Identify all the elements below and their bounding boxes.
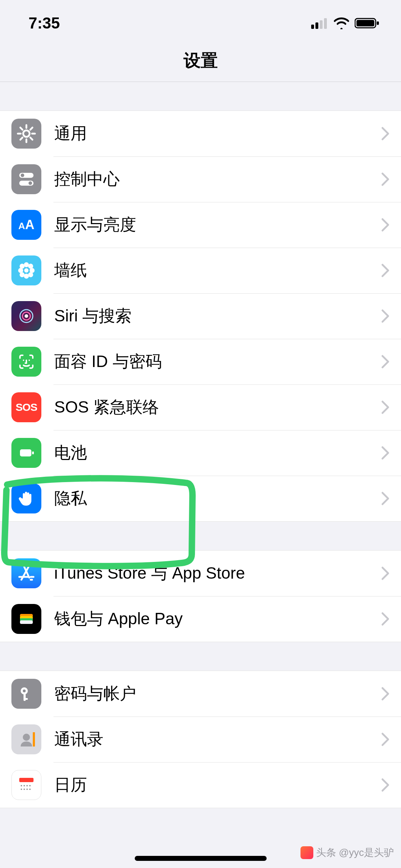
row-privacy[interactable]: 隐私 <box>0 476 401 521</box>
row-battery[interactable]: 电池 <box>0 430 401 476</box>
svg-rect-52 <box>19 778 34 782</box>
svg-point-60 <box>29 789 31 790</box>
row-label: 面容 ID 与密码 <box>54 351 381 373</box>
flower-icon <box>11 255 41 285</box>
appstore-icon <box>11 558 41 588</box>
chevron-right-icon <box>381 778 390 792</box>
svg-rect-51 <box>33 732 35 746</box>
watermark-text: @yyc是头驴 <box>339 846 394 859</box>
row-label: 隐私 <box>54 487 381 510</box>
page-title: 设置 <box>184 49 218 72</box>
svg-rect-5 <box>356 20 374 26</box>
svg-rect-34 <box>20 449 31 456</box>
svg-point-7 <box>23 130 30 137</box>
svg-point-56 <box>29 785 31 786</box>
svg-rect-2 <box>320 20 323 29</box>
status-time: 7:35 <box>29 14 60 32</box>
siri-icon <box>11 301 41 331</box>
row-itunes-appstore[interactable]: iTunes Store 与 App Store <box>0 551 401 596</box>
battery-icon <box>355 17 380 29</box>
svg-line-12 <box>20 128 22 130</box>
wifi-icon <box>333 17 350 29</box>
svg-point-32 <box>23 360 24 361</box>
row-control-center[interactable]: 控制中心 <box>0 156 401 202</box>
chevron-right-icon <box>381 732 390 746</box>
svg-rect-49 <box>24 698 28 700</box>
row-label: 墙纸 <box>54 259 381 281</box>
home-indicator <box>135 856 267 861</box>
contacts-icon <box>11 724 41 754</box>
section-spacer <box>0 522 401 550</box>
row-label: 日历 <box>54 774 381 796</box>
svg-point-22 <box>24 274 29 279</box>
wallet-icon <box>11 604 41 634</box>
row-label: 显示与亮度 <box>54 214 381 236</box>
switches-icon <box>11 164 41 194</box>
svg-point-19 <box>29 181 32 185</box>
chevron-right-icon <box>381 612 390 626</box>
sos-icon: SOS <box>11 392 41 422</box>
page-header: 设置 <box>0 39 401 82</box>
hand-icon <box>11 484 41 513</box>
row-display[interactable]: AA 显示与亮度 <box>0 202 401 248</box>
svg-point-57 <box>21 789 22 790</box>
chevron-right-icon <box>381 355 390 369</box>
svg-point-55 <box>26 785 28 786</box>
status-bar: 7:35 <box>0 7 401 39</box>
svg-line-15 <box>20 138 22 140</box>
row-contacts[interactable]: 通讯录 <box>0 717 401 762</box>
row-calendar[interactable]: 日历 <box>0 762 401 808</box>
svg-point-59 <box>26 789 28 790</box>
chevron-right-icon <box>381 446 390 460</box>
svg-rect-3 <box>324 18 327 29</box>
watermark: 头条 @yyc是头驴 <box>300 846 394 859</box>
chevron-right-icon <box>381 566 390 580</box>
svg-point-24 <box>30 268 35 273</box>
chevron-right-icon <box>381 263 390 278</box>
svg-point-54 <box>24 785 25 786</box>
row-label: 通用 <box>54 123 381 145</box>
chevron-right-icon <box>381 309 390 323</box>
svg-point-31 <box>25 314 28 318</box>
cellular-icon <box>311 17 328 29</box>
chevron-right-icon <box>381 687 390 701</box>
svg-point-27 <box>20 272 25 277</box>
row-passwords[interactable]: 密码与帐户 <box>0 671 401 717</box>
row-label: iTunes Store 与 App Store <box>54 562 381 584</box>
svg-point-23 <box>18 268 23 273</box>
watermark-logo-icon <box>300 846 313 859</box>
svg-point-25 <box>20 264 25 269</box>
row-general[interactable]: 通用 <box>0 111 401 156</box>
svg-rect-6 <box>377 21 379 25</box>
text-size-icon: AA <box>11 210 41 240</box>
settings-section-3: 密码与帐户 通讯录 日历 <box>0 671 401 808</box>
svg-point-50 <box>23 734 30 741</box>
chevron-right-icon <box>381 491 390 506</box>
svg-point-47 <box>23 689 26 692</box>
faceid-icon <box>11 347 41 377</box>
row-label: 电池 <box>54 442 381 464</box>
svg-point-21 <box>24 262 29 267</box>
row-wallet[interactable]: 钱包与 Apple Pay <box>0 596 401 642</box>
svg-point-33 <box>29 360 30 361</box>
row-sos[interactable]: SOS SOS 紧急联络 <box>0 384 401 430</box>
svg-point-28 <box>28 272 33 277</box>
svg-point-58 <box>24 789 25 790</box>
svg-line-13 <box>30 138 32 140</box>
row-label: 密码与帐户 <box>54 683 381 705</box>
chevron-right-icon <box>381 400 390 414</box>
gear-icon <box>11 119 41 149</box>
watermark-prefix: 头条 <box>316 846 336 859</box>
status-indicators <box>311 17 380 29</box>
svg-point-20 <box>24 268 29 273</box>
svg-point-17 <box>21 174 24 177</box>
row-faceid[interactable]: 面容 ID 与密码 <box>0 339 401 384</box>
svg-rect-35 <box>32 451 34 454</box>
settings-section-1: 通用 控制中心 AA 显示与亮度 墙纸 Siri 与搜索 <box>0 110 401 522</box>
svg-rect-0 <box>311 25 314 29</box>
row-siri[interactable]: Siri 与搜索 <box>0 293 401 339</box>
chevron-right-icon <box>381 126 390 141</box>
row-wallpaper[interactable]: 墙纸 <box>0 248 401 293</box>
settings-section-2: iTunes Store 与 App Store 钱包与 Apple Pay <box>0 550 401 642</box>
svg-rect-45 <box>20 620 33 624</box>
